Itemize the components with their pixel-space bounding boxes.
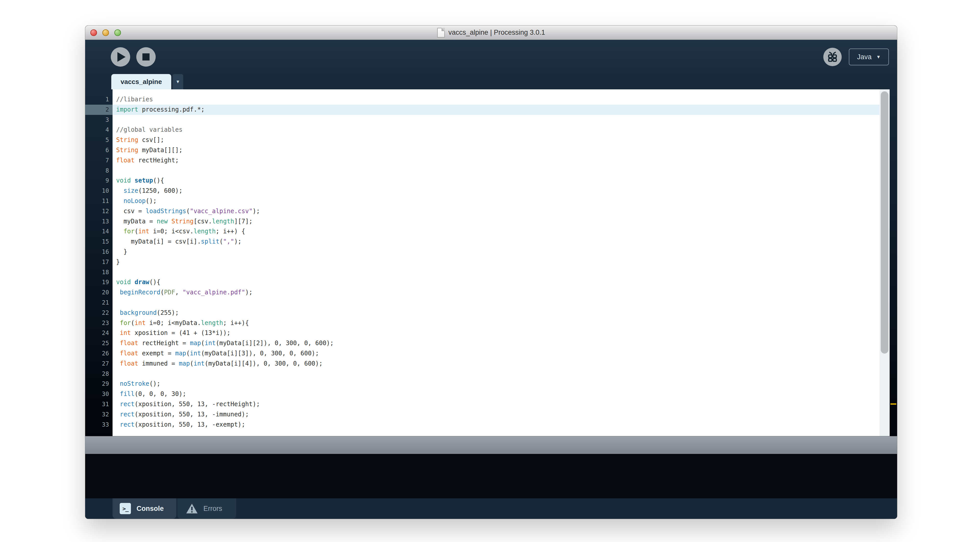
line-number: 28 <box>85 369 113 379</box>
line-number: 30 <box>85 389 113 399</box>
line-number: 13 <box>85 217 113 227</box>
minimize-button[interactable] <box>102 29 109 36</box>
line-number: 16 <box>85 247 113 257</box>
code-line[interactable]: for(int i=0; i<myData.length; i++){ <box>113 318 880 328</box>
line-number: 33 <box>85 420 113 430</box>
code-line[interactable]: float immuned = map(int(myData[i][4]), 0… <box>113 359 880 369</box>
warning-icon <box>186 503 198 514</box>
sketch-tabbar: vaccs_alpine ▼ <box>85 74 897 89</box>
code-line[interactable] <box>113 166 880 176</box>
code-line[interactable]: myData[i] = csv[i].split(","); <box>113 237 880 247</box>
line-number: 4 <box>85 125 113 135</box>
editor-scrollbar-track[interactable] <box>880 89 890 436</box>
traffic-lights <box>90 26 121 40</box>
line-number: 24 <box>85 328 113 338</box>
stop-button[interactable] <box>136 47 156 67</box>
tab-menu-button[interactable]: ▼ <box>172 74 183 89</box>
processing-window: vaccs_alpine | Processing 3.0.1 <box>85 26 897 519</box>
code-line[interactable] <box>113 298 880 308</box>
tab-errors[interactable]: Errors <box>177 498 236 519</box>
code-line[interactable]: String myData[][]; <box>113 145 880 155</box>
footer-tabbar: >_ Console Errors <box>85 498 897 519</box>
code-line[interactable]: rect(xposition, 550, 13, -immuned); <box>113 410 880 420</box>
line-number: 27 <box>85 359 113 369</box>
debug-button[interactable] <box>823 48 842 66</box>
code-line[interactable]: void setup(){ <box>113 175 880 186</box>
code-line[interactable]: csv = loadStrings("vacc_alpine.csv"); <box>113 206 880 217</box>
code-line[interactable] <box>113 369 880 379</box>
chevron-down-icon: ▼ <box>176 79 180 84</box>
stop-icon <box>142 53 150 61</box>
code-line[interactable]: import processing.pdf.*; <box>113 105 880 115</box>
window-titlebar[interactable]: vaccs_alpine | Processing 3.0.1 <box>85 26 897 40</box>
play-icon <box>118 52 126 62</box>
code-line[interactable]: rect(xposition, 550, 13, -exempt); <box>113 420 880 430</box>
code-line[interactable] <box>113 267 880 277</box>
code-line[interactable]: int xposition = (41 + (13*i)); <box>113 328 880 338</box>
window-title: vaccs_alpine | Processing 3.0.1 <box>449 29 545 37</box>
editor-gutter: 1234567891011121314151617181920212223242… <box>85 89 113 436</box>
line-number: 25 <box>85 338 113 349</box>
zoom-button[interactable] <box>115 29 121 36</box>
run-button[interactable] <box>111 47 130 67</box>
code-line[interactable] <box>113 115 880 125</box>
line-number: 1 <box>85 94 113 105</box>
errors-tab-label: Errors <box>204 505 222 513</box>
line-number: 7 <box>85 155 113 166</box>
tab-console[interactable]: >_ Console <box>113 498 177 519</box>
code-line[interactable]: background(255); <box>113 308 880 318</box>
code-line[interactable]: } <box>113 247 880 257</box>
scrollbar-warning-marker[interactable] <box>891 403 896 405</box>
code-line[interactable]: myData = new String[csv.length][7]; <box>113 217 880 227</box>
code-editor[interactable]: 1234567891011121314151617181920212223242… <box>85 89 897 436</box>
document-icon <box>437 28 445 38</box>
line-number: 19 <box>85 277 113 287</box>
code-line[interactable]: size(1250, 600); <box>113 186 880 196</box>
line-number: 17 <box>85 257 113 267</box>
code-line[interactable]: //global variables <box>113 125 880 135</box>
code-line[interactable]: float rectHeight; <box>113 155 880 166</box>
mode-label: Java <box>857 53 872 61</box>
editor-scrollbar-thumb[interactable] <box>881 91 888 354</box>
line-number: 12 <box>85 206 113 217</box>
line-number: 8 <box>85 166 113 176</box>
line-number: 29 <box>85 379 113 389</box>
code-line[interactable]: noStroke(); <box>113 379 880 389</box>
tab-label: vaccs_alpine <box>121 78 162 86</box>
toolbar: Java ▼ <box>85 40 897 74</box>
code-line[interactable]: for(int i=0; i<csv.length; i++) { <box>113 226 880 237</box>
code-line[interactable]: noLoop(); <box>113 196 880 206</box>
debug-butterfly-icon <box>827 51 838 62</box>
code-line[interactable]: beginRecord(PDF, "vacc_alpine.pdf"); <box>113 287 880 298</box>
editor-code[interactable]: //libariesimport processing.pdf.*; //glo… <box>113 89 880 436</box>
code-line[interactable]: String csv[]; <box>113 135 880 145</box>
code-line[interactable]: rect(xposition, 550, 13, -rectHeight); <box>113 399 880 410</box>
line-number: 6 <box>85 145 113 155</box>
message-bar <box>85 436 897 454</box>
console-output[interactable] <box>85 454 897 498</box>
editor-margin-column <box>890 89 897 436</box>
line-number: 22 <box>85 308 113 318</box>
code-line[interactable]: } <box>113 257 880 267</box>
line-number: 32 <box>85 410 113 420</box>
title-group: vaccs_alpine | Processing 3.0.1 <box>437 28 545 38</box>
code-line[interactable]: fill(0, 0, 0, 30); <box>113 389 880 399</box>
line-number: 10 <box>85 186 113 196</box>
code-line[interactable]: //libaries <box>113 94 880 105</box>
line-number: 15 <box>85 237 113 247</box>
code-line[interactable]: void draw(){ <box>113 277 880 287</box>
line-number: 9 <box>85 175 113 186</box>
line-number: 26 <box>85 349 113 359</box>
line-number: 5 <box>85 135 113 145</box>
line-number: 14 <box>85 226 113 237</box>
code-line[interactable]: float exempt = map(int(myData[i][3]), 0,… <box>113 349 880 359</box>
line-number: 23 <box>85 318 113 328</box>
console-tab-label: Console <box>137 505 164 513</box>
code-line[interactable]: float rectHeight = map(int(myData[i][2])… <box>113 338 880 349</box>
mode-selector-button[interactable]: Java ▼ <box>849 48 889 65</box>
close-button[interactable] <box>90 29 97 36</box>
line-number: 11 <box>85 196 113 206</box>
line-number: 2 <box>85 105 113 115</box>
line-number: 20 <box>85 287 113 298</box>
tab-vaccs-alpine[interactable]: vaccs_alpine <box>111 74 171 89</box>
